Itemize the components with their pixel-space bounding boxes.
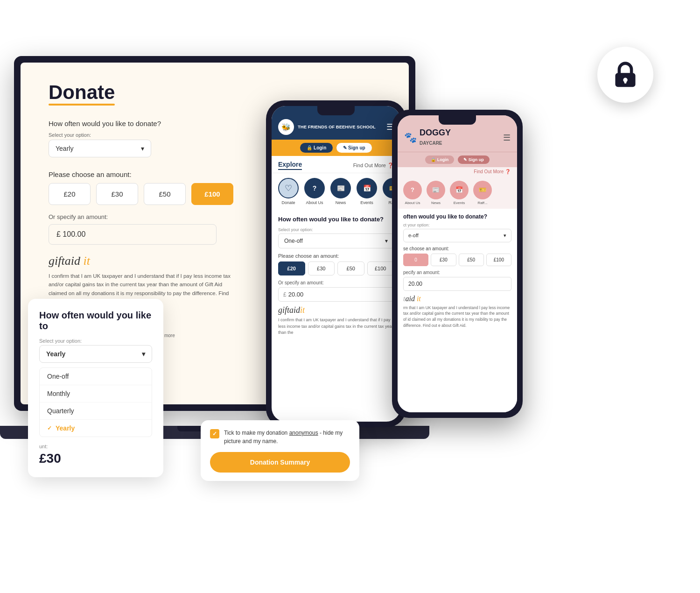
nav-news-label: News (336, 200, 346, 205)
phone2-choose-label: se choose an amount: (403, 246, 511, 251)
option-yearly[interactable]: ✓ Yearly (40, 419, 152, 437)
anon-text: Tick to make my donation anonymous - hid… (224, 429, 350, 445)
phone1-amount-row: £20 £30 £50 £100 (278, 261, 394, 275)
p2-nav-news[interactable]: 📰 News (427, 181, 445, 205)
phone1-amt-20[interactable]: £20 (278, 261, 305, 275)
phone2-amt-30[interactable]: £30 (431, 254, 456, 266)
phone1-amt-30[interactable]: £30 (308, 261, 335, 275)
nav-news[interactable]: 📰 News (330, 178, 351, 205)
nav-aboutus[interactable]: ? About Us (304, 178, 325, 205)
explore-label: Explore (278, 161, 302, 170)
p2-news-label: News (431, 201, 441, 205)
dropdown-select-value: Yearly (46, 350, 65, 358)
nav-events-label: Events (360, 200, 373, 205)
beehive-org-name: THE FRIENDS OF BEEHIVE SCHOOL (298, 124, 376, 130)
phone1-donate-section: How often would you like to donate? Sele… (272, 210, 400, 422)
phone2-amt-50[interactable]: £50 (459, 254, 484, 266)
amount-partial-label: unt: (39, 444, 152, 449)
scene: Donate How often would you like to donat… (0, 0, 700, 593)
nav-donate[interactable]: ♡ Donate (278, 178, 299, 205)
phone2-select-value: e-off (408, 233, 419, 239)
phone1-specify-val: 20.00 (288, 291, 304, 298)
lock-icon (613, 61, 638, 89)
p2-events-label: Events (454, 201, 465, 205)
checkmark-icon: ✓ (47, 425, 52, 431)
phone2-amt-100[interactable]: £100 (486, 254, 511, 266)
anon-row: Tick to make my donation anonymous - hid… (210, 429, 350, 445)
phone1-notch (317, 106, 355, 115)
phone2-notch (439, 115, 476, 125)
phone1-select-value: One-off (284, 238, 303, 244)
doggy-find-more-bar: Find Out More ❓ (398, 167, 517, 177)
phone2-nav-icons: ? About Us 📰 News 📅 Event (398, 177, 517, 209)
phone1-nav-icons: ♡ Donate ? About Us 📰 News (272, 173, 400, 210)
login-button[interactable]: 🔒 Login (300, 143, 333, 153)
phone1-amt-100[interactable]: £100 (367, 261, 394, 275)
doggy-logo-area: 🐾 DOGGYDAYCARE (404, 128, 451, 147)
dropdown-select-box[interactable]: Yearly ▾ (39, 345, 152, 363)
nav-events[interactable]: 📅 Events (357, 178, 377, 205)
phone1-choose-amount: Please choose an amount: (278, 253, 394, 259)
chevron-down-icon-p2: ▾ (504, 233, 506, 239)
phone1-giftaid-logo: giftaidit (278, 305, 394, 315)
phone1-amt-50[interactable]: £50 (337, 261, 364, 275)
p2-nav-raffle[interactable]: 🎫 Raff... (473, 181, 492, 205)
phone1-select-label: Select your option: (278, 227, 394, 232)
donation-popup: Tick to make my donation anonymous - hid… (201, 420, 359, 481)
p2-nav-aboutus[interactable]: ? About Us (403, 181, 422, 205)
phone2-specify-label: pecify an amount: (403, 270, 511, 275)
amount-input[interactable]: £ 100.00 (49, 224, 217, 245)
option-oneoff[interactable]: One-off (40, 368, 152, 385)
select-box[interactable]: Yearly ▾ (49, 140, 151, 157)
amount-btn-20[interactable]: £20 (49, 183, 91, 205)
phone2-donate-content: often would you like to donate? ct your … (398, 209, 517, 412)
phone1-screen: 🐝 THE FRIENDS OF BEEHIVE SCHOOL ☰ 🔒 Logi… (272, 106, 400, 422)
phone1-giftaid-text: I confirm that I am UK taxpayer and I un… (278, 317, 394, 336)
anonymous-checkbox[interactable] (210, 429, 219, 438)
phone2-select-label: ct your option: (403, 223, 511, 227)
phone1-device: 🐝 THE FRIENDS OF BEEHIVE SCHOOL ☰ 🔒 Logi… (266, 100, 406, 427)
find-out-more-text: Find Out More ❓ (353, 162, 394, 169)
dropdown-popup: How often would you like to Select your … (28, 299, 163, 477)
phone2-device: 🐾 DOGGYDAYCARE ☰ 🔒 Login ✎ Sign up Find … (392, 110, 523, 418)
donate-title: Donate (49, 81, 115, 104)
phone2-select-box[interactable]: e-off ▾ (403, 229, 511, 242)
p2-nav-events[interactable]: 📅 Events (450, 181, 469, 205)
find-out-more-link[interactable]: Find Out More ❓ (353, 162, 394, 169)
phone2-amt-0[interactable]: 0 (403, 254, 428, 266)
doggy-logo-text: DOGGYDAYCARE (420, 128, 451, 147)
amount-btn-50[interactable]: £50 (144, 183, 186, 205)
phone2-how-often: often would you like to donate? (403, 213, 511, 220)
phone1-specify-label: Or specify an amount: (278, 280, 394, 285)
dropdown-select-label: Select your option: (39, 338, 152, 344)
select-value: Yearly (56, 145, 73, 152)
chevron-down-icon: ▾ (141, 145, 144, 152)
doggy-find-more-link[interactable]: Find Out More ❓ (474, 169, 511, 174)
option-monthly[interactable]: Monthly (40, 385, 152, 402)
option-quarterly[interactable]: Quarterly (40, 402, 152, 419)
chevron-down-icon-dd: ▾ (142, 350, 145, 358)
phone2-specify-input[interactable]: 20.00 (403, 277, 511, 291)
nav-aboutus-label: About Us (306, 200, 323, 205)
dropdown-title: How often would you like to (39, 310, 152, 332)
amount-btn-30[interactable]: £30 (96, 183, 138, 205)
phone1-currency: £ (283, 291, 287, 298)
chevron-down-icon: ▾ (385, 238, 388, 244)
phone2-giftaid-text: rm that I am UK taxpayer and I understan… (403, 305, 511, 329)
doggy-auth-bar: 🔒 Login ✎ Sign up (398, 152, 517, 167)
option-yearly-label: Yearly (56, 424, 75, 432)
beehive-logo-circle: 🐝 (278, 119, 294, 135)
p2-raffle-label: Raff... (477, 201, 487, 205)
lock-circle (597, 47, 653, 103)
doggy-signup-button[interactable]: ✎ Sign up (458, 155, 490, 164)
phone2-hamburger-icon[interactable]: ☰ (503, 133, 511, 143)
beehive-logo-area: 🐝 THE FRIENDS OF BEEHIVE SCHOOL (278, 119, 376, 135)
doggy-login-button[interactable]: 🔒 Login (425, 155, 454, 164)
phone2-screen: 🐾 DOGGYDAYCARE ☰ 🔒 Login ✎ Sign up Find … (398, 115, 517, 412)
phone1-select-box[interactable]: One-off ▾ (278, 233, 394, 248)
beehive-auth-bar: 🔒 Login ✎ Sign up (272, 140, 400, 156)
phone2-frame: 🐾 DOGGYDAYCARE ☰ 🔒 Login ✎ Sign up Find … (392, 110, 523, 418)
amount-btn-100[interactable]: £100 (191, 183, 233, 205)
donation-summary-button[interactable]: Donation Summary (210, 452, 350, 473)
signup-button[interactable]: ✎ Sign up (336, 143, 371, 153)
